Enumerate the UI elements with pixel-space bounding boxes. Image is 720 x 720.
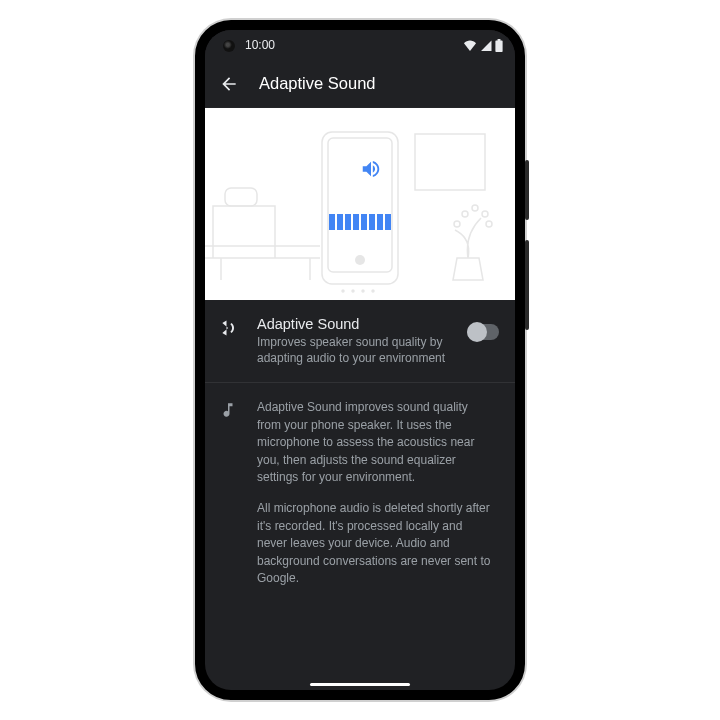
status-time: 10:00 (245, 38, 275, 52)
svg-point-10 (342, 290, 344, 292)
equalizer-bars (329, 214, 391, 230)
phone-side-button (525, 160, 529, 220)
svg-point-14 (355, 255, 365, 265)
svg-point-9 (486, 221, 492, 227)
wifi-icon (463, 40, 477, 51)
info-paragraph-2: All microphone audio is deleted shortly … (257, 500, 495, 587)
svg-marker-4 (453, 258, 483, 280)
room-line-art (205, 108, 515, 300)
adaptive-sound-toggle[interactable] (467, 324, 499, 340)
svg-point-12 (362, 290, 364, 292)
adaptive-sound-setting-row[interactable]: Adaptive Sound Improves speaker sound qu… (205, 300, 515, 383)
page-title: Adaptive Sound (259, 74, 376, 93)
music-note-icon (219, 401, 241, 587)
phone-screen: 10:00 Adaptive Sound (205, 30, 515, 690)
battery-icon (495, 39, 503, 52)
svg-point-11 (352, 290, 354, 292)
svg-point-5 (454, 221, 460, 227)
back-button[interactable] (219, 74, 239, 94)
cellular-signal-icon (480, 40, 492, 51)
svg-rect-3 (415, 134, 485, 190)
setting-subtitle: Improves speaker sound quality by adapti… (257, 334, 451, 366)
punch-hole-camera (223, 40, 235, 52)
svg-point-8 (482, 211, 488, 217)
phone-side-button (525, 240, 529, 330)
info-section: Adaptive Sound improves sound quality fr… (205, 383, 515, 603)
svg-point-13 (372, 290, 374, 292)
status-bar: 10:00 (205, 30, 515, 60)
svg-point-7 (472, 205, 478, 211)
hero-illustration (205, 108, 515, 300)
phone-frame: 10:00 Adaptive Sound (195, 20, 525, 700)
surround-sound-icon (219, 318, 241, 342)
svg-point-6 (462, 211, 468, 217)
setting-title: Adaptive Sound (257, 316, 451, 332)
info-paragraph-1: Adaptive Sound improves sound quality fr… (257, 399, 495, 486)
svg-rect-0 (225, 188, 257, 206)
gesture-nav-bar[interactable] (310, 683, 410, 686)
app-bar: Adaptive Sound (205, 60, 515, 108)
